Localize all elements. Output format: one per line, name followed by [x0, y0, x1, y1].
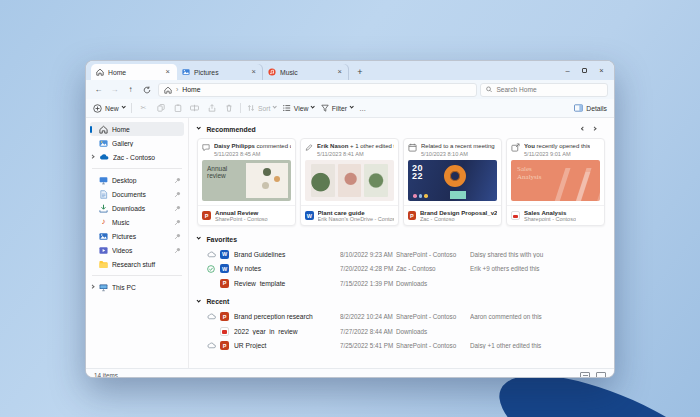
- file-name: 2022_year_in_review: [234, 328, 340, 335]
- file-row-ur-project[interactable]: UR Project 7/25/2022 5:41 PM SharePoint …: [197, 339, 606, 354]
- status-bar: 14 items: [86, 368, 614, 378]
- minimize-button[interactable]: –: [559, 63, 576, 78]
- recommended-card-annual-review[interactable]: Daisy Philipps commented on... 5/11/2023…: [197, 138, 296, 226]
- sidebar-item-pictures[interactable]: Pictures: [90, 229, 184, 243]
- recommended-card-sales-analysis[interactable]: You recently opened this 5/11/2023 9:01 …: [506, 138, 605, 226]
- delete-button[interactable]: [223, 103, 234, 114]
- copy-button[interactable]: [155, 103, 166, 114]
- sidebar-item-research-stuff[interactable]: Research stuff: [90, 257, 184, 271]
- powerpoint-file-icon: [202, 211, 211, 220]
- sidebar-item-desktop[interactable]: Desktop: [90, 173, 184, 187]
- share-button[interactable]: [206, 103, 217, 114]
- up-button[interactable]: ↑: [124, 83, 137, 96]
- word-file-icon: [220, 264, 229, 273]
- new-plus-icon: [93, 104, 102, 113]
- new-button[interactable]: New: [93, 104, 125, 113]
- recommended-section-header[interactable]: Recommended: [197, 122, 606, 136]
- file-location: SharePoint - Contoso: [396, 313, 470, 320]
- chevron-right-icon[interactable]: [90, 155, 95, 160]
- sidebar-item-videos[interactable]: Videos: [90, 243, 184, 257]
- cloud-sync-icon: [207, 342, 220, 349]
- file-activity: Daisy shared this with you: [470, 251, 606, 258]
- scroll-left-icon[interactable]: [581, 127, 586, 132]
- recommended-card-brand-design-proposal[interactable]: Related to a recent meeting 5/10/2023 8:…: [403, 138, 502, 226]
- file-name: My notes: [234, 265, 340, 272]
- chevron-down-icon[interactable]: [196, 298, 201, 303]
- breadcrumb[interactable]: › Home: [158, 83, 477, 97]
- tab-close-icon[interactable]: ×: [250, 67, 258, 77]
- new-tab-button[interactable]: +: [353, 65, 367, 79]
- share-icon: [208, 104, 216, 112]
- file-name: Sales Analysis: [524, 209, 576, 216]
- file-row-my-notes[interactable]: My notes 7/20/2022 4:28 PM Zac - Contoso…: [197, 262, 606, 277]
- sidebar-item-label: Research stuff: [112, 261, 181, 268]
- recommended-card-plant-care-guide[interactable]: Erik Nason + 1 other edited this 5/11/20…: [300, 138, 399, 226]
- pdf-file-icon: [220, 327, 229, 336]
- file-name: Review_template: [234, 280, 340, 287]
- search-box[interactable]: [480, 83, 608, 97]
- downloads-icon: [99, 204, 108, 213]
- details-label: Details: [586, 105, 607, 112]
- search-input[interactable]: [496, 86, 602, 93]
- file-location: Zac - Contoso: [396, 265, 470, 272]
- tab-close-icon[interactable]: ×: [164, 67, 172, 77]
- sort-button[interactable]: Sort: [247, 104, 277, 112]
- file-date: 8/10/2022 9:23 AM: [340, 251, 396, 258]
- section-title: Recent: [206, 298, 229, 305]
- scroll-right-icon[interactable]: [592, 127, 597, 132]
- file-activity: Erik +9 others edited this: [470, 265, 606, 272]
- rename-button[interactable]: [189, 103, 200, 114]
- view-icon: [283, 104, 291, 112]
- large-icons-view-button[interactable]: [596, 372, 606, 379]
- sidebar-item-downloads[interactable]: Downloads: [90, 201, 184, 215]
- refresh-button[interactable]: [140, 83, 153, 96]
- file-row-brand-perception-research[interactable]: Brand perception research 8/2/2022 10:24…: [197, 310, 606, 325]
- see-more-button[interactable]: …: [359, 105, 366, 112]
- file-name: Brand Guidelines: [234, 251, 340, 258]
- sidebar-item-documents[interactable]: Documents: [90, 187, 184, 201]
- pictures-icon: [182, 68, 190, 76]
- file-date: 7/15/2022 1:39 PM: [340, 280, 396, 287]
- view-button[interactable]: View: [283, 104, 315, 112]
- sidebar-item-this-pc[interactable]: This PC: [90, 280, 184, 294]
- file-location: Sharepoint - Contoso: [524, 216, 576, 222]
- paste-button[interactable]: [172, 103, 183, 114]
- recent-section-header[interactable]: Recent: [197, 295, 606, 309]
- tab-pictures[interactable]: Pictures ×: [177, 64, 263, 80]
- cut-button[interactable]: ✂: [138, 103, 149, 114]
- music-icon: [268, 68, 276, 76]
- file-row-review-template[interactable]: Review_template 7/15/2022 1:39 PM Downlo…: [197, 276, 606, 291]
- back-button[interactable]: ←: [92, 83, 105, 96]
- file-thumbnail: [305, 160, 394, 201]
- close-button[interactable]: ×: [593, 63, 610, 78]
- file-explorer-window: Home × Pictures × Music × + – × ←: [85, 60, 615, 378]
- chevron-down-icon[interactable]: [196, 236, 201, 241]
- tab-music[interactable]: Music ×: [263, 64, 349, 80]
- tab-close-icon[interactable]: ×: [336, 67, 344, 77]
- music-note-icon: ♪: [99, 218, 108, 226]
- sidebar-item-music[interactable]: ♪ Music: [90, 215, 184, 229]
- chevron-down-icon: [311, 105, 316, 110]
- chevron-down-icon: [273, 105, 278, 110]
- maximize-button[interactable]: [576, 63, 593, 78]
- pictures-icon: [99, 232, 108, 241]
- activity-text: Related to a recent meeting: [421, 143, 495, 149]
- chevron-down-icon[interactable]: [196, 126, 201, 131]
- sidebar-item-onedrive[interactable]: Zac - Contoso: [90, 150, 184, 164]
- file-row-brand-guidelines[interactable]: Brand Guidelines 8/10/2022 9:23 AM Share…: [197, 247, 606, 262]
- powerpoint-file-icon: [220, 341, 229, 350]
- folder-icon: [99, 260, 108, 269]
- calendar-icon: [408, 143, 417, 152]
- details-toggle-button[interactable]: Details: [574, 104, 607, 112]
- sidebar-item-home[interactable]: Home: [90, 122, 184, 136]
- sidebar-item-gallery[interactable]: Gallery: [90, 136, 184, 150]
- details-view-button[interactable]: [580, 372, 590, 379]
- file-row-2022-year-in-review[interactable]: 2022_year_in_review 7/27/2022 8:44 AM Do…: [197, 324, 606, 339]
- filter-button[interactable]: Filter: [321, 104, 354, 112]
- forward-button[interactable]: →: [108, 83, 121, 96]
- tab-home[interactable]: Home ×: [91, 64, 177, 80]
- chevron-right-icon[interactable]: [90, 285, 95, 290]
- home-icon: [96, 68, 104, 76]
- favorites-section-header[interactable]: Favorites: [197, 232, 606, 246]
- desktop-icon: [99, 176, 108, 185]
